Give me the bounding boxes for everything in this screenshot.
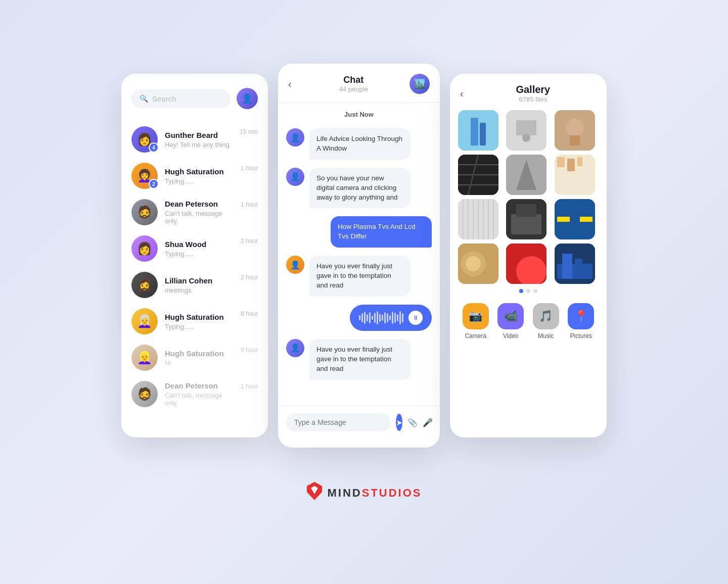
- gallery-thumb-10[interactable]: [458, 244, 498, 284]
- chat-item-lillian[interactable]: 🧔‍♀️ Lillian Cohen meetings 2 hour: [131, 267, 258, 303]
- avatar-wrap-hugh1: 👩‍🦱 2: [131, 163, 158, 189]
- music-icon: 🎵: [533, 303, 559, 329]
- camera-action[interactable]: 📷 Camera: [463, 303, 489, 339]
- gallery-header: ‹ Gallery 6785 files: [450, 74, 607, 110]
- name-shua: Shua Wood: [165, 240, 237, 249]
- preview-gunther: Hey! Tell me any thing: [165, 141, 236, 149]
- chat-item-hugh1[interactable]: 👩‍🦱 2 Hugh Saturation Typing..... 1 hour: [131, 158, 258, 194]
- video-label: Video: [503, 332, 518, 339]
- info-lillian: Lillian Cohen meetings: [165, 276, 237, 294]
- attach-button[interactable]: 📎: [407, 414, 418, 431]
- video-action[interactable]: 📹 Video: [497, 303, 524, 339]
- chat-header: ‹ Chat 44 people 🏙️: [278, 64, 440, 103]
- time-hugh2: 8 hour: [241, 310, 258, 317]
- preview-dean2: Can't talk, message only.: [165, 392, 237, 407]
- brand-logo-icon: [306, 481, 323, 505]
- avatar-shua: 👩: [131, 235, 158, 262]
- chat-screen: ‹ Chat 44 people 🏙️ Just Now 👤 Life Advi…: [278, 64, 440, 448]
- svg-rect-8: [570, 135, 580, 145]
- chat-group-avatar[interactable]: 🏙️: [410, 74, 430, 94]
- msg-2: 👤 So you have your new digital camera an…: [286, 168, 432, 209]
- voice-message[interactable]: ⏸: [350, 305, 432, 331]
- music-action[interactable]: 🎵 Music: [533, 303, 559, 339]
- svg-point-5: [522, 134, 530, 142]
- msg-6: 👤 Have you ever finally just gave in to …: [286, 339, 432, 380]
- gallery-thumb-11[interactable]: [506, 244, 547, 284]
- gallery-thumb-12[interactable]: [555, 244, 595, 284]
- gallery-thumb-7[interactable]: [458, 199, 498, 239]
- gallery-thumb-4[interactable]: [458, 155, 498, 195]
- camera-label: Camera: [465, 332, 486, 339]
- time-gunther: 15 min: [240, 128, 258, 135]
- gallery-pagination: [450, 284, 607, 298]
- msg-avatar-1: 👤: [286, 128, 304, 147]
- time-dean2: 1 hour: [241, 383, 258, 390]
- search-input-wrap[interactable]: 🔍 Search: [131, 89, 231, 108]
- message-input[interactable]: [286, 413, 391, 431]
- search-bar: 🔍 Search 👤: [131, 88, 258, 109]
- time-hugh1: 1 hour: [241, 165, 258, 172]
- gallery-thumb-6[interactable]: [555, 155, 595, 195]
- svg-rect-42: [575, 259, 582, 279]
- msg-bubble-1: Life Advice Looking Through A Window: [309, 128, 411, 160]
- msg-avatar-4: 👤: [286, 256, 304, 274]
- dot-1[interactable]: [519, 289, 523, 293]
- chat-item-hugh2[interactable]: 👩‍🦳 Hugh Saturation Typing..... 8 hour: [131, 303, 258, 339]
- avatar-wrap-hugh3: 👱‍♀️: [131, 345, 158, 371]
- dot-3[interactable]: [533, 289, 537, 293]
- gallery-thumb-9[interactable]: [555, 199, 595, 239]
- send-button[interactable]: ➤: [396, 414, 402, 431]
- gallery-thumb-3[interactable]: [555, 110, 595, 151]
- avatar-dean1: 🧔: [131, 199, 158, 225]
- search-input[interactable]: Search: [152, 94, 176, 103]
- msg-bubble-6: Have you ever finally just gave in to th…: [309, 339, 411, 380]
- avatar-wrap-hugh2: 👩‍🦳: [131, 308, 158, 334]
- chat-item-dean2[interactable]: 🧔 Dean Peterson Can't talk, message only…: [131, 376, 258, 412]
- gallery-title: Gallery: [470, 84, 597, 95]
- info-shua: Shua Wood Typing.....: [165, 240, 237, 258]
- msg-avatar-2: 👤: [286, 168, 304, 186]
- chat-input-bar: ➤ 📎 🎤: [278, 406, 440, 439]
- gallery-thumb-5[interactable]: [506, 155, 547, 195]
- avatar-wrap-dean2: 🧔: [131, 381, 158, 407]
- svg-rect-4: [516, 120, 536, 135]
- search-icon: 🔍: [140, 94, 148, 103]
- msg-avatar-6: 👤: [286, 339, 304, 357]
- chat-item-gunther[interactable]: 👩 4 Gunther Beard Hey! Tell me any thing…: [131, 121, 258, 158]
- gallery-thumb-2[interactable]: [506, 110, 547, 151]
- voice-play-button[interactable]: ⏸: [408, 311, 423, 325]
- branding: MINDSTUDIOS: [306, 481, 422, 505]
- back-button[interactable]: ‹: [288, 78, 292, 90]
- chat-list-screen: 🔍 Search 👤 👩 4 Gunther Beard Hey! Tell m…: [121, 74, 268, 437]
- msg-3: How Plasma Tvs And Lcd Tvs Differ: [286, 216, 432, 248]
- chat-item-shua[interactable]: 👩 Shua Wood Typing..... 2 hour: [131, 230, 258, 267]
- chat-item-dean1[interactable]: 🧔 Dean Peterson Can't talk, message only…: [131, 194, 258, 230]
- dot-2[interactable]: [526, 289, 530, 293]
- msg-1: 👤 Life Advice Looking Through A Window: [286, 128, 432, 160]
- avatar-lillian: 🧔‍♀️: [131, 272, 158, 298]
- video-icon: 📹: [497, 303, 524, 329]
- chat-header-center: Chat 44 people: [298, 75, 410, 93]
- screens-container: 🔍 Search 👤 👩 4 Gunther Beard Hey! Tell m…: [121, 64, 607, 448]
- avatar-hugh2: 👩‍🦳: [131, 308, 158, 334]
- info-hugh1: Hugh Saturation Typing.....: [165, 167, 237, 185]
- info-gunther: Gunther Beard Hey! Tell me any thing: [165, 131, 236, 149]
- avatar-hugh3: 👱‍♀️: [131, 345, 158, 371]
- just-now-label: Just Now: [286, 111, 432, 118]
- svg-rect-17: [557, 157, 565, 167]
- my-avatar[interactable]: 👤: [237, 88, 258, 109]
- name-dean2: Dean Peterson: [165, 381, 237, 390]
- mic-button[interactable]: 🎤: [423, 414, 433, 431]
- chat-subtitle: 44 people: [298, 85, 410, 93]
- gallery-thumb-1[interactable]: [458, 110, 498, 151]
- svg-rect-33: [570, 204, 580, 234]
- avatar-wrap-gunther: 👩 4: [131, 126, 158, 153]
- chat-item-hugh3[interactable]: 👱‍♀️ Hugh Saturation Hi 8 hour: [131, 339, 258, 376]
- music-label: Music: [538, 332, 554, 339]
- gallery-thumb-8[interactable]: [506, 199, 547, 239]
- gallery-header-center: Gallery 6785 files: [470, 84, 597, 103]
- pictures-action[interactable]: 📍 Pictures: [568, 303, 594, 339]
- gallery-back-button[interactable]: ‹: [460, 88, 464, 100]
- contact-list: 👩 4 Gunther Beard Hey! Tell me any thing…: [131, 121, 258, 412]
- camera-icon: 📷: [463, 303, 489, 329]
